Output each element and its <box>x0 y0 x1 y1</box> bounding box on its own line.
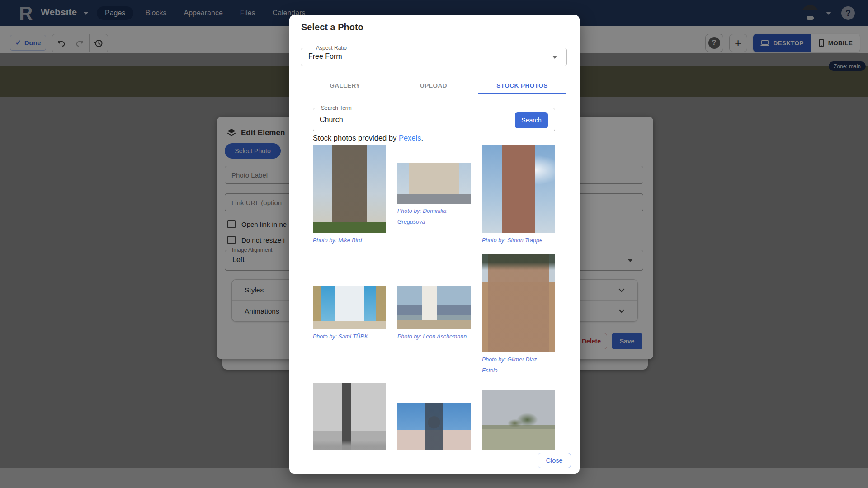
stock-photo-grayscale-steeple[interactable] <box>313 383 386 450</box>
aspect-ratio-label: Aspect Ratio <box>314 45 349 51</box>
aspect-ratio-select[interactable]: Aspect Ratio Free Form <box>301 48 567 66</box>
search-button[interactable]: Search <box>515 112 548 128</box>
stock-photo-leon-aschemann[interactable] <box>397 286 471 329</box>
stock-photo-dominika-gregusova[interactable] <box>397 163 471 204</box>
search-input[interactable] <box>320 113 491 127</box>
pexels-link[interactable]: Pexels <box>399 134 421 142</box>
select-photo-dialog: Select a Photo Aspect Ratio Free Form GA… <box>289 15 580 474</box>
stock-photo-gilmer-diaz-estela[interactable] <box>482 254 555 352</box>
photo-credit-link[interactable]: Photo by: Mike Bird <box>313 235 390 246</box>
photo-credit-link[interactable]: Photo by: Sami TÜRK <box>313 331 390 342</box>
dialog-title: Select a Photo <box>301 22 363 33</box>
photo-credit-link[interactable]: Photo by: Leon Aschemann <box>397 331 474 342</box>
photo-source-tabs: GALLERY UPLOAD STOCK PHOTOS <box>301 77 566 94</box>
aspect-ratio-value: Free Form <box>308 52 342 61</box>
stock-photo-simon-trappe[interactable] <box>482 145 555 233</box>
tab-stock-photos[interactable]: STOCK PHOTOS <box>478 77 566 94</box>
search-term-field: Search Term Search <box>313 108 555 131</box>
stock-photo-grid: Photo by: Mike Bird Photo by: Sami TÜRK … <box>313 145 555 450</box>
search-term-label: Search Term <box>319 105 354 111</box>
photo-credit-link[interactable]: Photo by: Gilmer Diaz Estela <box>482 354 550 376</box>
tab-gallery[interactable]: GALLERY <box>301 77 389 94</box>
tab-upload[interactable]: UPLOAD <box>389 77 478 94</box>
close-button[interactable]: Close <box>538 453 571 468</box>
photo-credit-link[interactable]: Photo by: Dominika Gregušová <box>397 206 471 227</box>
editor-screen: R + 1 Website Pages Blocks Appearance Fi… <box>0 0 868 488</box>
stock-photo-mike-bird[interactable] <box>313 145 386 233</box>
provider-attribution: Stock photos provided by Pexels. <box>313 134 423 142</box>
stock-photo-baroque-domes[interactable] <box>397 403 471 450</box>
stock-photo-countryside-church[interactable] <box>482 390 555 450</box>
stock-photo-sami-turk[interactable] <box>313 286 386 329</box>
dropdown-arrow-icon <box>552 56 557 59</box>
photo-credit-link[interactable]: Photo by: Simon Trappe <box>482 235 555 246</box>
